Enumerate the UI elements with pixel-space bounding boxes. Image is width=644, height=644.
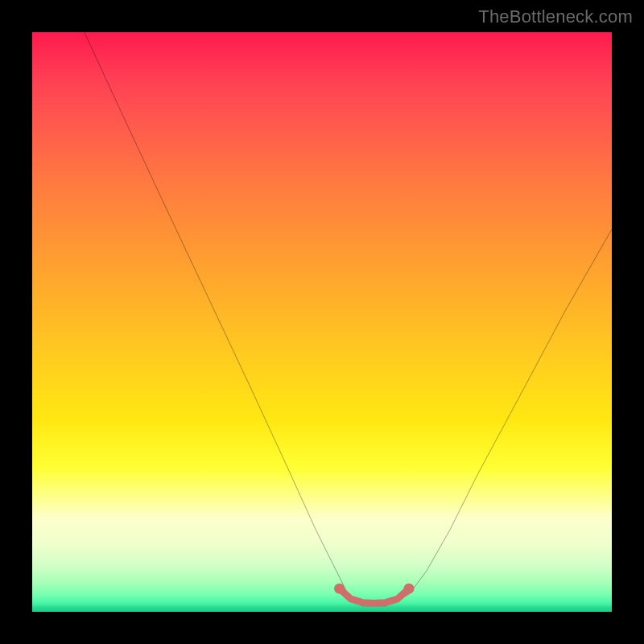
optimal-band (340, 588, 409, 603)
optimal-band-end-marker (404, 584, 415, 594)
chart-plot-area (32, 32, 612, 612)
attribution-text: TheBottleneck.com (478, 6, 633, 27)
optimal-band-start-marker (334, 584, 345, 594)
chart-svg (32, 32, 612, 612)
chart-frame: TheBottleneck.com (0, 0, 644, 644)
bottleneck-curve (85, 32, 612, 606)
